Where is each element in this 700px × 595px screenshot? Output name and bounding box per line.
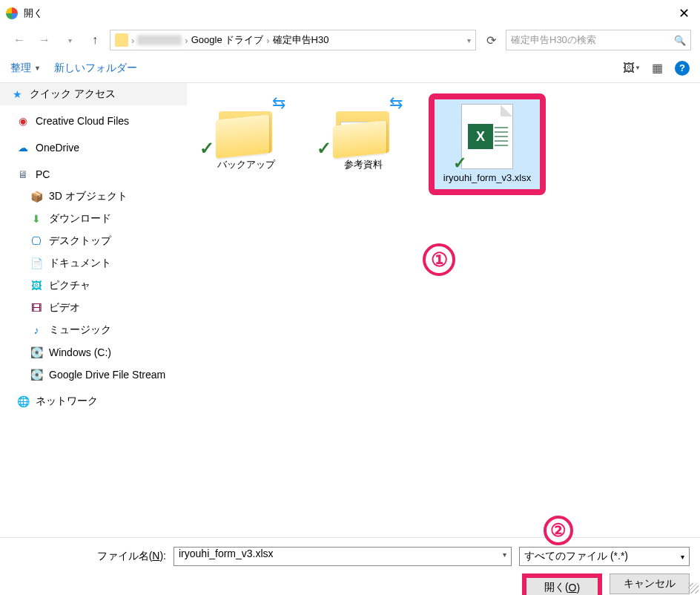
sidebar-item-quick-access[interactable]: ★ クイック アクセス xyxy=(0,83,187,105)
videos-icon: 🎞 xyxy=(30,301,43,315)
sidebar-item-pc[interactable]: 🖥 PC xyxy=(0,163,187,185)
sidebar-label: Google Drive File Stream xyxy=(49,369,165,381)
sidebar-label: Creative Cloud Files xyxy=(36,115,129,127)
nav-bar: ← → ▾ ↑ › › Google ドライブ › 確定申告H30 ▾ ⟳ 確定… xyxy=(0,27,700,53)
pc-icon: 🖥 xyxy=(16,168,30,181)
check-icon: ✓ xyxy=(317,138,331,159)
cube-icon: 📦 xyxy=(30,190,43,203)
chevron-down-icon[interactable]: ▾ xyxy=(681,553,684,561)
sync-icon: ⇆ xyxy=(272,93,285,113)
chevron-right-icon: › xyxy=(130,35,136,46)
up-icon[interactable]: ↑ xyxy=(85,30,105,50)
sidebar-item-onedrive[interactable]: ☁ OneDrive xyxy=(0,137,187,159)
filename-input[interactable]: iryouhi_form_v3.xlsx ▾ xyxy=(174,547,512,566)
documents-icon: 📄 xyxy=(30,257,43,270)
sidebar-label: ビデオ xyxy=(49,301,80,315)
back-icon[interactable]: ← xyxy=(9,30,30,50)
chevron-right-icon: › xyxy=(265,35,271,46)
help-icon[interactable]: ? xyxy=(675,61,690,76)
main-area: ★ クイック アクセス ◉ Creative Cloud Files ☁ One… xyxy=(0,83,700,537)
sidebar-item-videos[interactable]: 🎞 ビデオ xyxy=(0,297,187,319)
toolbar: 整理▼ 新しいフォルダー 🖼▼ ▦ ? xyxy=(0,53,700,83)
sidebar-label: ダウンロード xyxy=(49,212,111,226)
organize-button[interactable]: 整理▼ xyxy=(10,62,41,75)
breadcrumb-seg-1[interactable]: Google ドライブ xyxy=(191,33,264,47)
creative-cloud-icon: ◉ xyxy=(16,114,30,128)
sidebar-label: ドキュメント xyxy=(49,257,111,270)
filetype-select[interactable]: すべてのフ②ァイル (*.*) ▾ xyxy=(519,547,690,566)
sidebar-label: クイック アクセス xyxy=(30,88,116,101)
sync-icon: ⇆ xyxy=(389,93,403,113)
file-label: iryouhi_form_v3.xlsx xyxy=(443,172,532,185)
forward-icon: → xyxy=(34,30,55,50)
view-details-icon[interactable]: ▦ xyxy=(650,61,664,76)
file-label: バックアップ xyxy=(217,159,275,171)
recent-dropdown-icon[interactable]: ▾ xyxy=(59,30,80,50)
filename-label: ファイル名(N): xyxy=(10,550,166,563)
sidebar-label: ミュージック xyxy=(49,323,111,337)
onedrive-icon: ☁ xyxy=(16,141,30,154)
sidebar-item-google-drive[interactable]: 💽 Google Drive File Stream xyxy=(0,364,187,386)
callout-2: ② xyxy=(544,516,573,545)
desktop-icon: 🖵 xyxy=(30,234,43,248)
sidebar-item-network[interactable]: 🌐 ネットワーク xyxy=(0,390,187,412)
music-icon: ♪ xyxy=(30,323,43,337)
sidebar-item-desktop[interactable]: 🖵 デスクトップ xyxy=(0,230,187,252)
search-icon[interactable]: 🔍 xyxy=(674,35,686,46)
close-icon[interactable]: ✕ xyxy=(674,5,694,22)
star-icon: ★ xyxy=(10,88,24,101)
check-icon: ✓ xyxy=(453,154,466,173)
folder-icon xyxy=(115,33,128,47)
folder-item-refs[interactable]: 人 ⇆ ✓ 参考資料 xyxy=(311,93,415,174)
callout-1: ① xyxy=(423,243,455,276)
sidebar-label: 3D オブジェクト xyxy=(49,190,128,203)
open-button[interactable]: 開く(O) xyxy=(522,573,602,595)
sidebar-item-3d-objects[interactable]: 📦 3D オブジェクト xyxy=(0,185,187,208)
sidebar-label: PC xyxy=(36,168,50,180)
sidebar: ★ クイック アクセス ◉ Creative Cloud Files ☁ One… xyxy=(0,83,187,537)
download-icon: ⬇ xyxy=(30,212,43,226)
breadcrumb-seg-2[interactable]: 確定申告H30 xyxy=(273,33,329,47)
cancel-button[interactable]: キャンセル xyxy=(610,573,690,594)
folder-item-backup[interactable]: ⇆ ✓ バックアップ xyxy=(194,93,298,174)
network-icon: 🌐 xyxy=(16,395,30,408)
file-list[interactable]: ⇆ ✓ バックアップ 人 ⇆ ✓ 参考資料 X ✓ iryouhi_form_v… xyxy=(187,83,700,537)
sidebar-label: OneDrive xyxy=(36,142,79,154)
title-bar: 開く ✕ xyxy=(0,0,700,27)
filename-value: iryouhi_form_v3.xlsx xyxy=(179,548,274,559)
sidebar-item-downloads[interactable]: ⬇ ダウンロード xyxy=(0,208,187,230)
sidebar-label: ピクチャ xyxy=(49,279,90,292)
sidebar-label: ネットワーク xyxy=(36,395,98,408)
file-label: 参考資料 xyxy=(344,159,383,171)
folder-icon: ⇆ ✓ xyxy=(213,96,280,156)
chrome-icon xyxy=(6,7,18,19)
new-folder-button[interactable]: 新しいフォルダー xyxy=(54,62,137,75)
sidebar-label: Windows (C:) xyxy=(49,346,111,358)
chevron-down-icon[interactable]: ▾ xyxy=(503,550,506,559)
resize-grip-icon[interactable] xyxy=(688,583,699,594)
window-title: 開く xyxy=(24,7,674,20)
drive-icon: 💽 xyxy=(30,346,43,359)
check-icon: ✓ xyxy=(199,138,214,159)
sidebar-item-pictures[interactable]: 🖼 ピクチャ xyxy=(0,275,187,297)
excel-file-icon: X ✓ xyxy=(461,104,513,169)
chevron-down-icon[interactable]: ▾ xyxy=(467,36,471,45)
refresh-icon[interactable]: ⟳ xyxy=(481,30,501,50)
pictures-icon: 🖼 xyxy=(30,279,43,292)
search-placeholder: 確定申告H30の検索 xyxy=(511,33,596,47)
view-thumbnails-icon[interactable]: 🖼▼ xyxy=(624,61,639,76)
drive-icon: 💽 xyxy=(30,368,43,381)
sidebar-item-creative-cloud[interactable]: ◉ Creative Cloud Files xyxy=(0,110,187,132)
sidebar-item-c-drive[interactable]: 💽 Windows (C:) xyxy=(0,341,187,364)
folder-icon: 人 ⇆ ✓ xyxy=(330,96,397,156)
search-input[interactable]: 確定申告H30の検索 🔍 xyxy=(506,30,691,50)
breadcrumb-seg-blurred[interactable] xyxy=(137,35,182,45)
footer: ファイル名(N): iryouhi_form_v3.xlsx ▾ すべてのフ②ァ… xyxy=(0,537,700,595)
sidebar-item-documents[interactable]: 📄 ドキュメント xyxy=(0,252,187,275)
chevron-right-icon: › xyxy=(183,35,189,46)
sidebar-label: デスクトップ xyxy=(49,234,111,248)
file-item-xlsx-selected[interactable]: X ✓ iryouhi_form_v3.xlsx xyxy=(429,93,546,195)
breadcrumb[interactable]: › › Google ドライブ › 確定申告H30 ▾ xyxy=(110,30,476,50)
sidebar-item-music[interactable]: ♪ ミュージック xyxy=(0,319,187,341)
